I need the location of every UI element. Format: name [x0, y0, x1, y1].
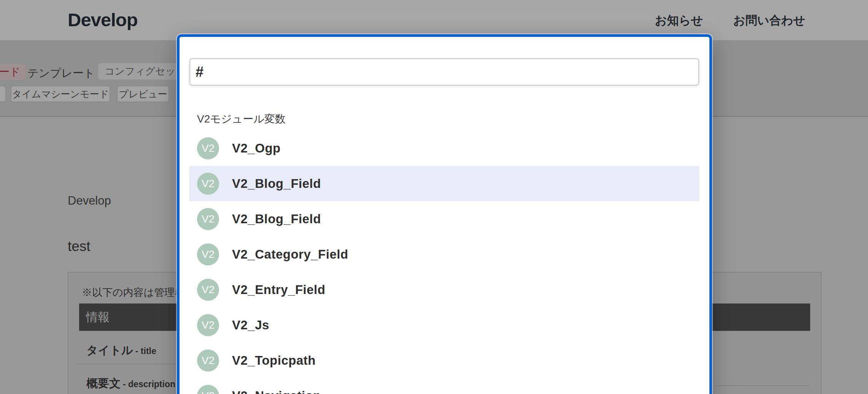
item-label: V2_Entry_Field — [232, 283, 325, 297]
variable-search-dialog: V2モジュール変数 V2 V2_Ogp V2 V2_Blog_Field V2 … — [177, 34, 712, 394]
v2-avatar: V2 — [197, 279, 219, 301]
module-list: V2 V2_Ogp V2 V2_Blog_Field V2 V2_Blog_Fi… — [189, 130, 699, 394]
list-item[interactable]: V2 V2_Entry_Field — [189, 272, 699, 307]
list-item[interactable]: V2 V2_Topicpath — [189, 343, 699, 378]
item-label: V2_Blog_Field — [232, 212, 321, 226]
v2-avatar: V2 — [197, 208, 219, 230]
v2-avatar: V2 — [197, 314, 219, 336]
v2-avatar: V2 — [197, 173, 219, 195]
list-item[interactable]: V2 V2_Navigation — [189, 378, 699, 394]
list-item[interactable]: V2 V2_Ogp — [189, 130, 699, 166]
list-item[interactable]: V2 V2_Blog_Field — [189, 166, 699, 201]
item-label: V2_Topicpath — [232, 353, 316, 368]
list-item[interactable]: V2 V2_Js — [189, 307, 699, 343]
v2-avatar: V2 — [197, 385, 219, 394]
item-label: V2_Ogp — [232, 141, 281, 156]
item-label: V2_Category_Field — [232, 247, 348, 262]
search-input[interactable] — [189, 58, 699, 86]
list-item[interactable]: V2 V2_Blog_Field — [189, 201, 699, 237]
item-label: V2_Navigation — [232, 389, 321, 394]
item-label: V2_Js — [232, 318, 269, 332]
v2-avatar: V2 — [197, 137, 219, 159]
v2-avatar: V2 — [197, 243, 219, 265]
list-item[interactable]: V2 V2_Category_Field — [189, 237, 699, 272]
v2-avatar: V2 — [197, 350, 219, 372]
section-heading: V2モジュール変数 — [197, 112, 286, 126]
item-label: V2_Blog_Field — [232, 176, 321, 191]
